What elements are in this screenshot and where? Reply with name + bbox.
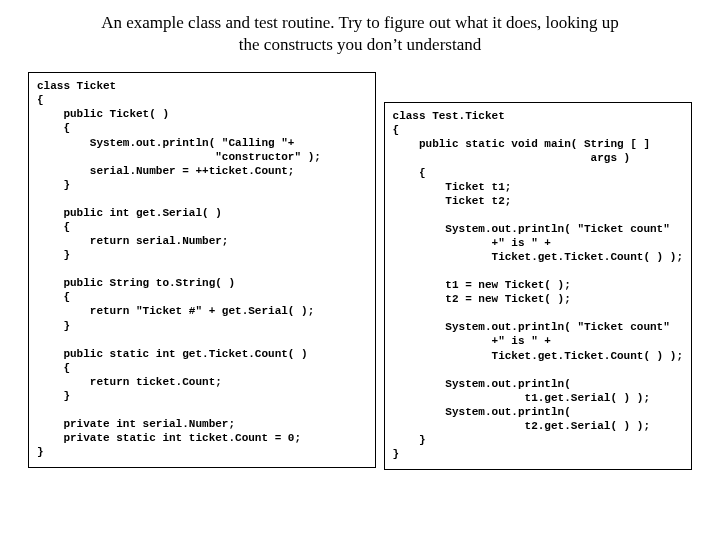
heading-line-1: An example class and test routine. Try t… [101, 13, 619, 32]
slide-heading: An example class and test routine. Try t… [28, 12, 692, 56]
code-box-test-ticket-class: class Test.Ticket { public static void m… [384, 102, 692, 470]
heading-line-2: the constructs you don’t understand [239, 35, 481, 54]
code-panels: class Ticket { public Ticket( ) { System… [28, 72, 692, 470]
code-box-ticket-class: class Ticket { public Ticket( ) { System… [28, 72, 376, 468]
